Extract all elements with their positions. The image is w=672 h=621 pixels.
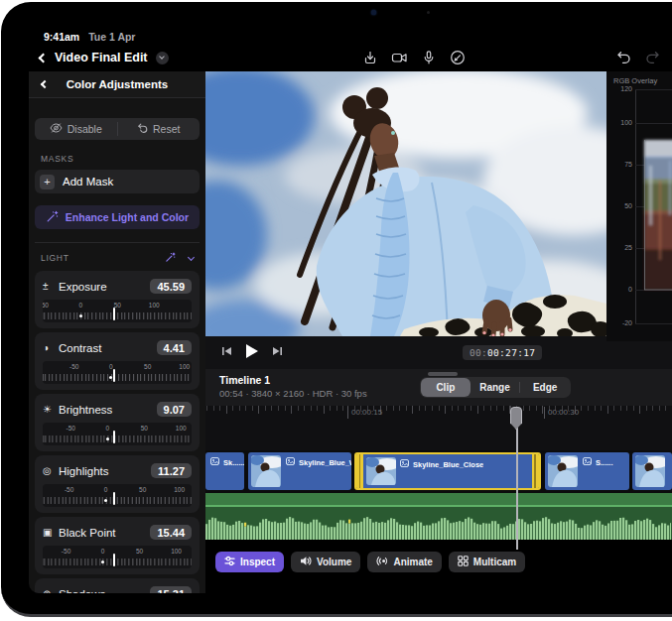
scale-label: 100 bbox=[149, 302, 160, 309]
scale-label: 50 bbox=[144, 363, 151, 370]
clip-thumbnail bbox=[251, 455, 281, 487]
title-disclosure-button[interactable] bbox=[156, 52, 169, 64]
eye-off-icon bbox=[50, 123, 63, 135]
add-mask-button[interactable]: + Add Mask bbox=[35, 170, 200, 193]
scope-waveform bbox=[635, 71, 672, 341]
mode-range[interactable]: Range bbox=[470, 378, 520, 397]
import-icon[interactable] bbox=[362, 50, 378, 65]
back-chevron-icon[interactable] bbox=[41, 80, 49, 88]
trim-handle-right[interactable] bbox=[532, 454, 539, 488]
timeline-ruler[interactable]: 00:00:1500:00:30 bbox=[205, 406, 672, 450]
slider-ruler[interactable]: -50050100 bbox=[43, 484, 192, 507]
timeline-info: 00:54 · 3840 × 2160 · HDR · 30 fps bbox=[219, 388, 367, 399]
tool-label: Animate bbox=[393, 557, 432, 567]
playhead-line[interactable] bbox=[516, 427, 518, 550]
timeline-clip-sk[interactable]: Sk...... bbox=[205, 452, 244, 490]
enhance-light-color-button[interactable]: Enhance Light and Color bbox=[35, 205, 200, 229]
timeline-clip-skyline-blue-close[interactable]: Skyline_Blue_Close bbox=[354, 452, 541, 490]
exposure-slider[interactable]: ±Exposure45.59-50050100 bbox=[35, 271, 200, 328]
value-marker[interactable] bbox=[113, 369, 115, 382]
scale-label: 50 bbox=[141, 425, 148, 432]
drag-handle[interactable] bbox=[428, 372, 458, 376]
magic-wand-icon bbox=[46, 210, 59, 225]
play-button[interactable] bbox=[246, 344, 258, 358]
light-heading: LIGHT bbox=[41, 253, 165, 263]
next-frame-icon[interactable] bbox=[271, 345, 285, 357]
volume-button[interactable]: Volume bbox=[291, 552, 360, 572]
slider-value: 11.27 bbox=[151, 463, 192, 478]
status-bar: 9:41amTue 1 Apr bbox=[44, 31, 135, 43]
enhance-label: Enhance Light and Color bbox=[66, 211, 189, 223]
transport-bar: 00:00:27:17 bbox=[205, 336, 672, 369]
clip-thumbnail bbox=[366, 457, 396, 485]
origin-dot bbox=[79, 314, 82, 317]
slider-label: Shadows bbox=[59, 588, 150, 594]
back-chevron-icon[interactable] bbox=[39, 53, 49, 62]
tool-label: Inspect bbox=[240, 557, 275, 567]
undo-icon[interactable] bbox=[616, 51, 631, 64]
camera-icon[interactable] bbox=[391, 50, 408, 65]
timeline-clip[interactable] bbox=[632, 452, 672, 490]
value-marker[interactable] bbox=[113, 492, 115, 505]
mode-clip[interactable]: Clip bbox=[421, 378, 470, 397]
divider bbox=[35, 242, 200, 243]
pencil-icon[interactable] bbox=[450, 50, 466, 65]
scale-label: 50 bbox=[139, 486, 146, 493]
value-marker[interactable] bbox=[113, 554, 115, 566]
slider-ruler[interactable]: -50050100 bbox=[43, 300, 192, 322]
contrast-icon: ◑ bbox=[43, 342, 59, 353]
highlights-icon: ◎ bbox=[43, 465, 59, 476]
screen: 9:41amTue 1 Apr Video Final Edit bbox=[29, 26, 672, 593]
inspect-icon bbox=[224, 556, 235, 568]
redo-icon[interactable] bbox=[645, 51, 660, 64]
black-point-slider[interactable]: ▣Black Point15.44-50050100 bbox=[35, 517, 200, 574]
clip-label: S...... bbox=[583, 457, 613, 467]
multicam-button[interactable]: Multicam bbox=[449, 552, 525, 572]
scope-axis-label: 0 bbox=[606, 286, 632, 293]
front-camera bbox=[371, 10, 376, 15]
timeline-clip-s[interactable]: S...... bbox=[545, 452, 629, 490]
contrast-slider[interactable]: ◑Contrast4.41-50050100 bbox=[35, 332, 200, 390]
exposure-icon: ± bbox=[43, 281, 59, 292]
slider-ruler[interactable]: -50050100 bbox=[43, 361, 192, 384]
highlights-slider[interactable]: ◎Highlights11.27-50050100 bbox=[35, 455, 200, 513]
inspect-button[interactable]: Inspect bbox=[215, 552, 284, 572]
timeline-name: Timeline 1 bbox=[219, 374, 270, 386]
slider-label: Exposure bbox=[59, 281, 150, 293]
scale-label: 100 bbox=[179, 363, 190, 370]
project-title[interactable]: Video Final Edit bbox=[55, 51, 148, 64]
scope-axis-label: 75 bbox=[606, 161, 632, 168]
animate-button[interactable]: Animate bbox=[367, 552, 441, 572]
slider-value: 45.59 bbox=[150, 279, 192, 294]
disable-label: Disable bbox=[67, 123, 102, 135]
slider-ticks bbox=[43, 374, 192, 381]
audio-track[interactable] bbox=[205, 493, 672, 540]
reset-button[interactable]: Reset bbox=[118, 118, 201, 140]
chevron-down-icon[interactable] bbox=[188, 253, 195, 260]
slider-ruler[interactable]: -50050100 bbox=[43, 423, 192, 445]
mode-edge[interactable]: Edge bbox=[520, 378, 570, 397]
value-marker[interactable] bbox=[113, 431, 115, 443]
value-marker[interactable] bbox=[113, 308, 115, 320]
light-sliders-list: ±Exposure45.59-50050100◑Contrast4.41-500… bbox=[35, 271, 200, 593]
clip-thumbnail bbox=[635, 455, 665, 487]
previous-frame-icon[interactable] bbox=[219, 345, 233, 357]
shadows-slider[interactable]: ⊚Shadows15.31-50050100 bbox=[35, 578, 200, 593]
light-section-header[interactable]: LIGHT bbox=[41, 250, 194, 266]
timeline-panel: Timeline 1 00:54 · 3840 × 2160 · HDR · 3… bbox=[205, 369, 672, 593]
chevron-down-icon bbox=[159, 54, 165, 60]
panel-header: Color Adjustments bbox=[29, 71, 205, 98]
clip-label: Sk...... bbox=[210, 457, 244, 467]
slider-value: 9.07 bbox=[157, 402, 192, 417]
timeline-clip-skyline-blue-wide[interactable]: Skyline_Blue_Wide bbox=[248, 452, 351, 490]
mic-icon[interactable] bbox=[421, 50, 437, 65]
trim-handle-left[interactable] bbox=[356, 454, 363, 488]
tool-label: Volume bbox=[317, 557, 351, 567]
slider-ruler[interactable]: -50050100 bbox=[43, 546, 192, 568]
slider-value: 4.41 bbox=[157, 340, 192, 355]
origin-dot bbox=[106, 437, 109, 440]
magic-wand-icon[interactable] bbox=[165, 249, 176, 267]
timeline-toolbar: InspectVolumeAnimateMulticam bbox=[215, 552, 525, 573]
disable-button[interactable]: Disable bbox=[35, 118, 117, 140]
brightness-slider[interactable]: ☀Brightness9.07-50050100 bbox=[35, 394, 200, 451]
